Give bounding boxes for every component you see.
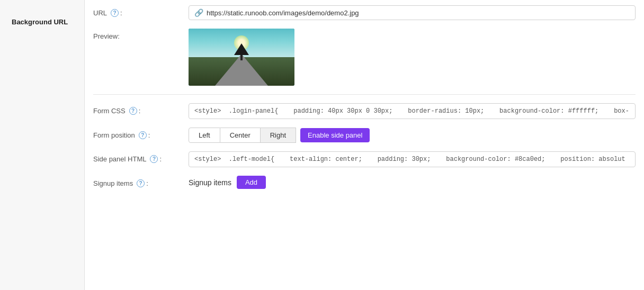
form-position-help-icon[interactable]: ? bbox=[139, 131, 147, 139]
form-position-buttons-wrapper: Left Center Right Enable side panel bbox=[189, 128, 636, 143]
side-panel-input-wrapper bbox=[189, 151, 636, 167]
add-signup-item-button[interactable]: Add bbox=[237, 176, 266, 189]
form-position-btn-group: Left Center Right Enable side panel bbox=[189, 128, 636, 143]
main-body: URL ? : 🔗 Preview: bbox=[85, 0, 644, 290]
side-panel-row: Side panel HTML ? : bbox=[93, 151, 636, 167]
signup-items-value-label: Signup items bbox=[189, 178, 231, 187]
form-css-input-wrapper bbox=[189, 103, 636, 119]
side-panel-row-label: Side panel HTML ? : bbox=[93, 151, 189, 163]
signup-items-colon: : bbox=[146, 179, 148, 187]
side-panel-input[interactable] bbox=[189, 152, 635, 167]
pos-btn-left[interactable]: Left bbox=[189, 128, 220, 143]
url-input[interactable] bbox=[207, 9, 630, 17]
form-position-row-label: Form position ? : bbox=[93, 128, 189, 139]
preview-label-text: Preview: bbox=[93, 32, 120, 40]
signup-items-help-icon[interactable]: ? bbox=[137, 179, 145, 187]
sidebar-section-title: Background URL bbox=[6, 10, 78, 30]
url-colon: : bbox=[120, 9, 122, 17]
form-position-colon: : bbox=[148, 131, 150, 139]
pos-btn-center[interactable]: Center bbox=[220, 128, 261, 143]
preview-row: Preview: bbox=[93, 29, 636, 86]
pos-btn-right[interactable]: Right bbox=[261, 128, 296, 143]
preview-image bbox=[189, 29, 294, 86]
form-css-input[interactable] bbox=[189, 104, 635, 119]
signup-items-content: Signup items Add bbox=[189, 176, 636, 189]
signup-items-label-text: Signup items bbox=[93, 179, 133, 187]
divider-1 bbox=[93, 94, 636, 95]
side-panel-field bbox=[189, 151, 636, 167]
form-css-colon: : bbox=[139, 107, 141, 115]
form-position-label-text: Form position bbox=[93, 131, 135, 139]
signup-items-row: Signup items ? : Signup items Add bbox=[93, 176, 636, 189]
form-css-row: Form CSS ? : bbox=[93, 103, 636, 119]
main-layout: Background URL URL ? : 🔗 Preview: bbox=[0, 0, 644, 290]
url-help-icon[interactable]: ? bbox=[111, 9, 119, 17]
preview-tree-top bbox=[234, 43, 249, 55]
form-css-row-label: Form CSS ? : bbox=[93, 103, 189, 115]
url-row-label: URL ? : bbox=[93, 5, 189, 17]
enable-side-panel-button[interactable]: Enable side panel bbox=[300, 128, 370, 142]
form-css-field bbox=[189, 103, 636, 119]
side-panel-colon: : bbox=[159, 155, 162, 163]
side-panel-label-text: Side panel HTML bbox=[93, 155, 146, 163]
signup-items-row-label: Signup items ? : bbox=[93, 176, 189, 187]
url-row: URL ? : 🔗 bbox=[93, 5, 636, 20]
form-css-help-icon[interactable]: ? bbox=[129, 107, 137, 115]
form-position-row: Form position ? : Left Center Right Enab… bbox=[93, 128, 636, 143]
left-sidebar: Background URL bbox=[0, 0, 85, 290]
preview-row-label: Preview: bbox=[93, 29, 189, 40]
url-label-text: URL bbox=[93, 9, 107, 17]
preview-image-container bbox=[189, 29, 636, 86]
chain-icon: 🔗 bbox=[194, 8, 203, 17]
signup-items-inner: Signup items Add bbox=[189, 176, 636, 189]
form-css-label-text: Form CSS bbox=[93, 107, 126, 115]
url-input-wrapper: 🔗 bbox=[189, 5, 636, 20]
side-panel-help-icon[interactable]: ? bbox=[150, 155, 158, 163]
url-input-box: 🔗 bbox=[189, 5, 636, 20]
